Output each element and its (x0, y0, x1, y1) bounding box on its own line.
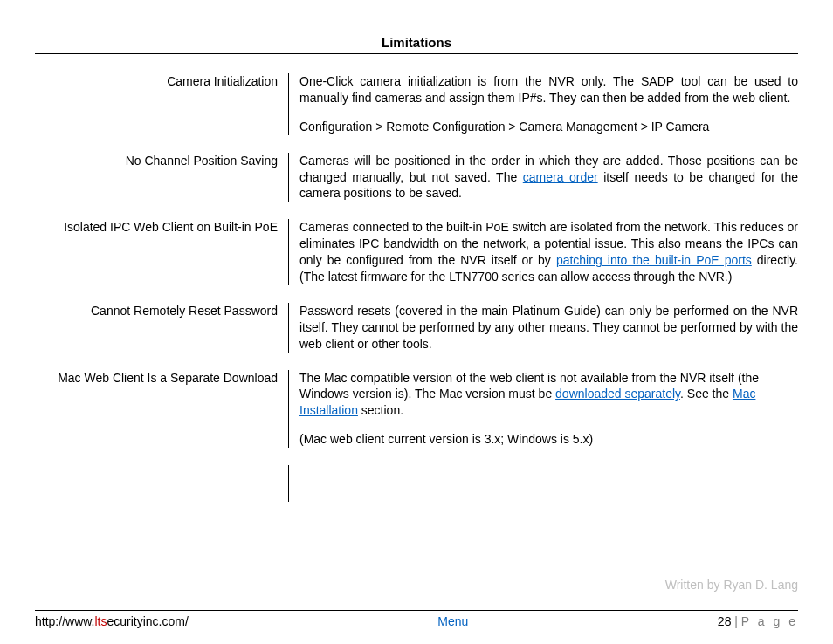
footer-url: http://www.ltsecurityinc.com/ (35, 614, 189, 628)
page-footer: http://www.ltsecurityinc.com/ Menu 28 | … (35, 610, 798, 628)
row-label: Cannot Remotely Reset Password (35, 303, 288, 319)
limitations-table: Camera InitializationOne-Click camera in… (35, 73, 798, 448)
row-description: The Mac compatible version of the web cl… (288, 370, 798, 449)
url-brand: lts (94, 614, 107, 628)
inline-link[interactable]: Mac Installation (299, 387, 755, 417)
row-description: Cameras will be positioned in the order … (288, 153, 798, 202)
table-row: Isolated IPC Web Client on Built-in PoEC… (35, 219, 798, 285)
paragraph: Configuration > Remote Configuration > C… (299, 119, 798, 135)
url-part: ecurityinc.com/ (107, 614, 188, 628)
paragraph: (Mac web client current version is 3.x; … (299, 431, 798, 448)
footer-menu-link[interactable]: Menu (437, 614, 468, 628)
row-label: Isolated IPC Web Client on Built-in PoE (35, 219, 288, 236)
inline-link[interactable]: downloaded separately (555, 387, 680, 401)
divider-tail (288, 465, 798, 502)
inline-link[interactable]: patching into the built-in PoE ports (556, 253, 752, 267)
paragraph: Cameras connected to the built-in PoE sw… (299, 219, 798, 285)
page-number: 28 | P a g e (718, 614, 798, 628)
table-row: Mac Web Client Is a Separate DownloadThe… (35, 370, 798, 449)
paragraph: The Mac compatible version of the web cl… (299, 370, 798, 420)
row-label: Camera Initialization (35, 73, 288, 90)
row-description: Cameras connected to the built-in PoE sw… (288, 219, 798, 285)
row-description: Password resets (covered in the main Pla… (288, 303, 798, 353)
paragraph: One-Click camera initialization is from … (299, 73, 798, 106)
row-description: One-Click camera initialization is from … (288, 73, 798, 135)
row-label: No Channel Position Saving (35, 153, 288, 169)
section-heading: Limitations (35, 35, 798, 54)
row-label: Mac Web Client Is a Separate Download (35, 370, 288, 387)
paragraph: Cameras will be positioned in the order … (299, 153, 798, 202)
table-row: Cannot Remotely Reset PasswordPassword r… (35, 303, 798, 353)
table-row: No Channel Position SavingCameras will b… (35, 153, 798, 202)
url-part: http://www. (35, 614, 94, 628)
inline-link[interactable]: camera order (523, 170, 598, 184)
author-attribution: Written by Ryan D. Lang (665, 578, 798, 592)
paragraph: Password resets (covered in the main Pla… (299, 303, 798, 353)
table-row: Camera InitializationOne-Click camera in… (35, 73, 798, 135)
